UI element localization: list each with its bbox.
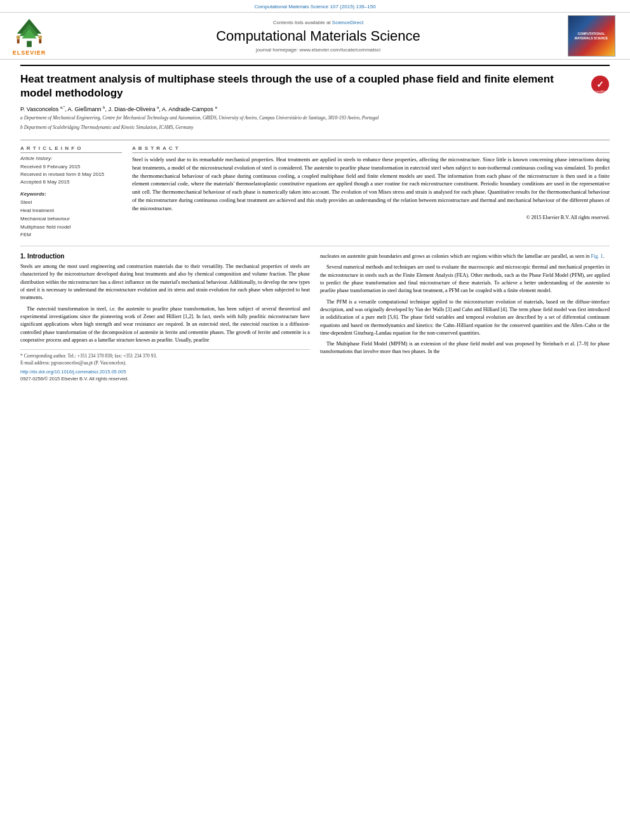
- fig1-ref: Fig. 1: [591, 253, 603, 259]
- two-column-body: 1. Introduction Steels are among the mos…: [20, 253, 610, 382]
- crossmark-icon: ✓ CrossMark: [591, 75, 610, 94]
- article-info-header: A R T I C L E I N F O: [20, 145, 122, 153]
- right-para-3: The PFM is a versatile computational tec…: [320, 298, 610, 337]
- accepted-date: Accepted 8 May 2015: [20, 178, 122, 186]
- elsevier-tree-icon: [10, 17, 48, 48]
- abstract-text: Steel is widely used due to its remarkab…: [132, 156, 610, 212]
- header-right: COMPUTATIONAL MATERIALS SCIENCE: [563, 15, 620, 57]
- keyword-mechanical: Mechanical behaviour: [20, 215, 122, 223]
- column-right: nucleates on austenite grain boundaries …: [320, 253, 610, 382]
- keyword-heat-treatment: Heat treatment: [20, 207, 122, 215]
- article-history-label: Article history:: [20, 156, 122, 161]
- authors: P. Vasconcelos a,*, A. Gießmann b, J. Di…: [20, 105, 584, 112]
- journal-title: Computational Materials Science: [74, 28, 563, 44]
- article-title-text: Heat treatment analysis of multiphase st…: [20, 72, 584, 133]
- journal-homepage: journal homepage: www.elsevier.com/locat…: [74, 47, 563, 53]
- elsevier-brand-text: ELSEVIER: [13, 50, 46, 56]
- footnote-area: * Corresponding author. Tel.: +351 234 3…: [20, 349, 310, 382]
- article-title-section: Heat treatment analysis of multiphase st…: [20, 65, 610, 133]
- intro-title: 1. Introduction: [20, 253, 310, 260]
- article-info-column: A R T I C L E I N F O Article history: R…: [20, 145, 122, 239]
- main-content: Heat treatment analysis of multiphase st…: [0, 60, 630, 387]
- article-body: A R T I C L E I N F O Article history: R…: [20, 140, 610, 239]
- abstract-column: A B S T R A C T Steel is widely used due…: [132, 145, 610, 239]
- sciencedirect-link[interactable]: ScienceDirect: [332, 20, 363, 25]
- intro-para-2: The eutectoid transformation in steel, i…: [20, 305, 310, 344]
- received-date: Received 9 February 2015: [20, 163, 122, 171]
- keyword-fem: FEM: [20, 231, 122, 239]
- column-left: 1. Introduction Steels are among the mos…: [20, 253, 310, 382]
- journal-cover-image: COMPUTATIONAL MATERIALS SCIENCE: [568, 15, 615, 57]
- svg-rect-7: [39, 39, 41, 43]
- crossmark: ✓ CrossMark: [584, 72, 610, 94]
- abstract-copyright: © 2015 Elsevier B.V. All rights reserved…: [132, 215, 610, 220]
- svg-text:✓: ✓: [596, 79, 604, 90]
- article-title: Heat treatment analysis of multiphase st…: [20, 72, 584, 100]
- right-para-2: Several numerical methods and techniques…: [320, 263, 610, 295]
- right-para-1: nucleates on austenite grain boundaries …: [320, 253, 610, 260]
- keyword-multiphase: Multiphase field model: [20, 223, 122, 232]
- corresponding-author: * Corresponding author. Tel.: +351 234 3…: [20, 352, 310, 359]
- keywords-label: Keywords:: [20, 191, 122, 197]
- intro-right-text: nucleates on austenite grain boundaries …: [320, 253, 610, 356]
- journal-header: ELSEVIER Contents lists available at Sci…: [0, 12, 630, 60]
- svg-point-6: [38, 35, 42, 39]
- intro-para-1: Steels are among the most used engineeri…: [20, 263, 310, 302]
- header-center: Contents lists available at ScienceDirec…: [74, 20, 563, 53]
- contents-line: Contents lists available at ScienceDirec…: [74, 20, 563, 25]
- page: Computational Materials Science 107 (201…: [0, 0, 630, 840]
- intro-left-text: Steels are among the most used engineeri…: [20, 263, 310, 344]
- abstract-header: A B S T R A C T: [132, 145, 610, 153]
- affiliation-b: b Department of Scalebridging Thermodyna…: [20, 124, 584, 131]
- affiliation-a: a Department of Mechanical Engineering, …: [20, 115, 584, 122]
- received-revised-date: Received in revised form 6 May 2015: [20, 171, 122, 178]
- svg-rect-0: [27, 41, 32, 47]
- header-left: ELSEVIER: [10, 17, 74, 56]
- section-divider: [20, 246, 610, 246]
- doi-line[interactable]: http://dx.doi.org/10.1016/j.commatsci.20…: [20, 368, 310, 375]
- right-para-4: The Multiphase Field Model (MPFM) is an …: [320, 340, 610, 356]
- elsevier-logo: ELSEVIER: [10, 17, 48, 56]
- email-address: E-mail address: pgvasconcelos@ua.pt (P. …: [20, 359, 310, 366]
- journal-ref: Computational Materials Science 107 (201…: [0, 0, 630, 12]
- svg-point-4: [17, 35, 20, 39]
- svg-rect-5: [17, 39, 20, 43]
- copyright-line: 0927-0256/© 2015 Elsevier B.V. All right…: [20, 375, 310, 382]
- keyword-steel: Steel: [20, 199, 122, 207]
- svg-text:CrossMark: CrossMark: [593, 90, 608, 93]
